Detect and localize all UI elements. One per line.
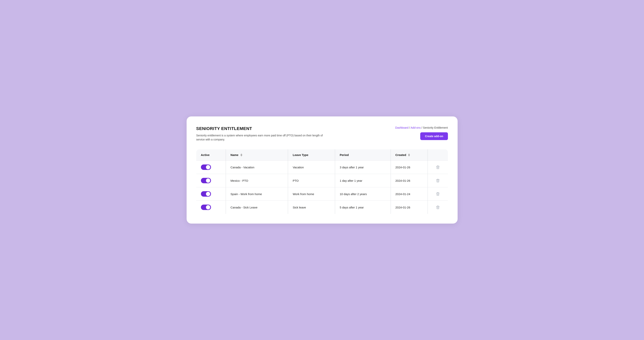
name-sort-icon: [240, 154, 242, 156]
header-left: SENIORITY ENTITLEMENT Seniority entitlem…: [196, 126, 332, 142]
active-cell-1: [196, 161, 226, 174]
table-row: Canada - Sick LeaveSick leave5 days afte…: [196, 201, 448, 214]
table-container: Active Name Leave Type: [196, 149, 448, 214]
col-header-created[interactable]: Created: [390, 149, 428, 161]
delete-button-1[interactable]: [432, 165, 443, 169]
table-header-row: Active Name Leave Type: [196, 149, 448, 161]
col-header-actions: [428, 149, 448, 161]
seniority-table: Active Name Leave Type: [196, 149, 448, 214]
col-header-active: Active: [196, 149, 226, 161]
table-row: Spain - Work from homeWork from home10 d…: [196, 187, 448, 201]
header-right: Dashboard / Add-ons / Seniority Entitlem…: [395, 126, 448, 140]
page-header: SENIORITY ENTITLEMENT Seniority entitlem…: [196, 126, 448, 142]
delete-button-2[interactable]: [432, 179, 443, 182]
period-cell-3: 10 days after 2 years: [335, 187, 390, 201]
toggle-3[interactable]: [201, 191, 211, 197]
page-description: Seniority entitlement is a system where …: [196, 134, 332, 142]
table-row: Mexico - PTOPTO1 day after 1 year2024-01…: [196, 174, 448, 187]
active-cell-4: [196, 201, 226, 214]
table-row: Canada - VacationVacation3 days after 1 …: [196, 161, 448, 174]
main-card: SENIORITY ENTITLEMENT Seniority entitlem…: [186, 116, 458, 224]
actions-cell-1: [428, 161, 448, 174]
name-cell-3: Spain - Work from home: [226, 187, 288, 201]
actions-cell-2: [428, 174, 448, 187]
actions-cell-4: [428, 201, 448, 214]
leave-type-cell-1: Vacation: [288, 161, 335, 174]
col-label-active: Active: [201, 153, 210, 157]
col-label-name: Name: [230, 153, 238, 157]
name-cell-2: Mexico - PTO: [226, 174, 288, 187]
active-cell-2: [196, 174, 226, 187]
delete-button-3[interactable]: [432, 192, 443, 196]
toggle-1[interactable]: [201, 164, 211, 170]
created-cell-1: 2024-01-26: [390, 161, 428, 174]
toggle-4[interactable]: [201, 205, 211, 210]
period-cell-4: 5 days after 1 year: [335, 201, 390, 214]
period-cell-1: 3 days after 1 year: [335, 161, 390, 174]
col-header-leave-type: Leave Type: [288, 149, 335, 161]
toggle-2[interactable]: [201, 178, 211, 183]
col-label-period: Period: [340, 153, 349, 157]
breadcrumb-dashboard[interactable]: Dashboard: [395, 126, 408, 129]
created-cell-3: 2024-01-24: [390, 187, 428, 201]
col-label-leave-type: Leave Type: [293, 153, 308, 157]
active-cell-3: [196, 187, 226, 201]
col-label-created: Created: [396, 153, 406, 157]
col-header-period: Period: [335, 149, 390, 161]
created-cell-2: 2024-01-26: [390, 174, 428, 187]
col-header-name[interactable]: Name: [226, 149, 288, 161]
breadcrumb-current: Seniority Entitlement: [423, 126, 448, 129]
period-cell-2: 1 day after 1 year: [335, 174, 390, 187]
leave-type-cell-2: PTO: [288, 174, 335, 187]
leave-type-cell-3: Work from home: [288, 187, 335, 201]
leave-type-cell-4: Sick leave: [288, 201, 335, 214]
page-title: SENIORITY ENTITLEMENT: [196, 126, 332, 131]
created-cell-4: 2024-01-26: [390, 201, 428, 214]
name-cell-4: Canada - Sick Leave: [226, 201, 288, 214]
name-cell-1: Canada - Vacation: [226, 161, 288, 174]
breadcrumb: Dashboard / Add-ons / Seniority Entitlem…: [395, 126, 448, 129]
delete-button-4[interactable]: [432, 205, 443, 209]
breadcrumb-sep2: /: [422, 126, 423, 129]
create-addon-button[interactable]: Create add-on: [420, 132, 448, 140]
actions-cell-3: [428, 187, 448, 201]
breadcrumb-addons[interactable]: Add-ons: [410, 126, 420, 129]
created-sort-icon: [408, 154, 410, 156]
